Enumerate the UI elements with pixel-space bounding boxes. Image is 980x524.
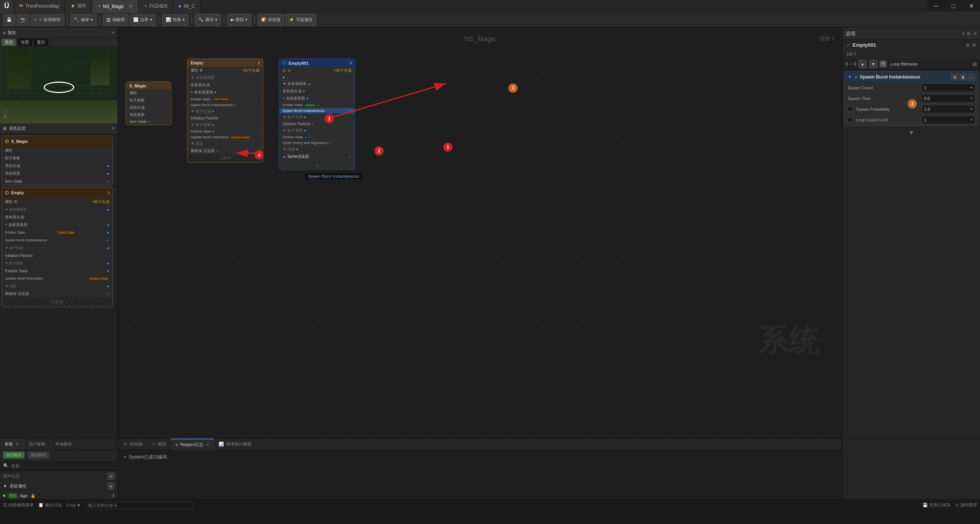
preview-icon: ≡ [3, 31, 5, 35]
canvas-empty-node: Empty ℹ 属性 ⚙ +粒子生成 ▼ 发射器情景 发射器生成 + 发射器更新… [187, 58, 263, 163]
content-sidebar-button[interactable]: ☰ 内容侧滑菜单 [3, 502, 34, 508]
source-control-button[interactable]: ⊙ 源码管理 [955, 502, 977, 508]
save-button[interactable]: 💾 [3, 14, 15, 26]
output-log-button[interactable]: 📋 输出日志 [38, 502, 62, 508]
active-modules-button[interactable]: 激活模块 [28, 452, 49, 458]
loop-count-input[interactable]: 1 ▾ [921, 116, 975, 124]
tab-plugins[interactable]: ⚡ 插件 [65, 0, 92, 13]
thumbnail-button[interactable]: 🖼 缩略图 [103, 14, 128, 26]
nav-x-button[interactable]: ✕ [880, 61, 887, 67]
active-overview-button[interactable]: 激活概览 [3, 452, 24, 458]
console-input[interactable] [85, 501, 193, 509]
log-tab-close[interactable]: ✕ [206, 442, 209, 447]
empty-meshrenderer-row[interactable]: 网格体 渲染器 ✓ [2, 290, 113, 298]
status-left: ☰ 内容侧滑菜单 📋 输出日志 Cmd ▼ [3, 501, 193, 509]
params-search-input[interactable] [11, 463, 114, 468]
module-action-icon2[interactable]: ⚙ [972, 43, 976, 48]
close-button[interactable]: ✕ [962, 0, 980, 12]
save-all-button[interactable]: 💾 所有已保存 [923, 502, 951, 508]
s-magic-attr-row[interactable]: 属性 [2, 147, 113, 154]
nav-up-button[interactable]: ▲ [858, 60, 867, 68]
status-right: 💾 所有已保存 ⊙ 源码管理 [923, 502, 977, 508]
params-tab-params[interactable]: 参数 ✕ [0, 439, 24, 450]
view-mode-display[interactable]: 显示 [34, 39, 48, 46]
empty-emitterspawn-row[interactable]: 发射器生成 [2, 213, 113, 221]
baker-button[interactable]: 🍞 烘焙器 [258, 14, 284, 26]
view-mode-perspective[interactable]: 透视 [2, 39, 16, 46]
toolbar-sep-1 [67, 15, 67, 25]
scalability-button[interactable]: ⚡ 可延展性 [286, 14, 316, 26]
s-magic-sysspawn-row[interactable]: 系统生成 ● [2, 162, 113, 170]
spawn-count-input[interactable]: 1 ▾ [921, 84, 975, 92]
empty-emitterstate-row[interactable]: Emitter State Card Case ● [2, 229, 113, 236]
tab-close-ns-magic[interactable]: ✕ [129, 3, 133, 9]
empty-spawnburst-row[interactable]: Spawn Burst Instantaneous ✓ [2, 236, 113, 244]
tab-thirdpersonmap[interactable]: 🗺 ThirdPersonMap [14, 0, 65, 13]
system-attrs-add-button[interactable]: + [108, 483, 114, 490]
debug-button[interactable]: 🔧 调试 ▾ [195, 14, 221, 26]
spawn-burst-expand-icon[interactable]: ▼ [848, 74, 852, 80]
module-delete-button[interactable]: 🗑 [960, 74, 967, 80]
s-magic-particles-row[interactable]: 粒子参数 [2, 154, 113, 162]
tab-mi-c[interactable]: ◆ MI_C [173, 0, 201, 13]
options-info-icon[interactable]: ℹ [962, 31, 964, 36]
user-public-add-button[interactable]: + [108, 473, 114, 480]
toolbar-sep-5 [224, 15, 224, 25]
s-magic-itemstate-row[interactable]: Item State ✓ [2, 177, 113, 185]
params-tab-user[interactable]: 用户参数 [24, 439, 51, 450]
canvas-s-magic-header: S_Magic [126, 82, 171, 90]
options-close-button[interactable]: ✕ [973, 31, 977, 36]
apply-save-button[interactable]: ✓ ✓ 应用保存 [31, 14, 64, 26]
tab-ns-magic[interactable]: ✦ NS_Magic ✕ [92, 0, 139, 13]
options-settings-icon[interactable]: ⚙ [967, 31, 971, 36]
canvas-empty001-spawnburst-row[interactable]: Spawn Burst Instantaneous ✓ [279, 108, 354, 114]
canvas-empty001-info[interactable]: ℹ [350, 61, 351, 66]
empty-emitterupdate-row[interactable]: + 发射器更新 ● [2, 221, 113, 229]
params-tab-close[interactable]: ✕ [15, 442, 19, 447]
maximize-button[interactable]: □ [945, 0, 962, 12]
minimize-button[interactable]: ─ [927, 0, 945, 12]
cmd-dropdown-button[interactable]: Cmd ▼ [67, 503, 81, 508]
bottom-tab-log[interactable]: ≡ Niagara日志 ✕ [171, 439, 214, 450]
s-magic-sysupdate-row[interactable]: 系统更新 ● [2, 170, 113, 177]
bottom-tab-curve[interactable]: ∿ 曲线 [147, 439, 171, 450]
info-icon[interactable]: ℹ [108, 191, 109, 195]
performance-button[interactable]: 📊 性能 ▾ [162, 14, 188, 26]
loop-behavior-label: Loop Behavior [890, 62, 970, 66]
module-enable-button[interactable]: ✓ [968, 74, 975, 80]
system-overview-close-button[interactable]: ✕ [111, 126, 114, 131]
empty-meshorient-row[interactable]: Update Mesh Orientation Rotation Rate [2, 275, 113, 282]
screenshot-button[interactable]: 📷 [17, 14, 29, 26]
empty-initparticle-row[interactable]: Initialize Particle [2, 252, 113, 259]
bottom-tab-script-stats[interactable]: 📊 脚本统计数据 [214, 439, 256, 450]
ue-logo: Ü [0, 0, 14, 13]
spawn-probability-checkbox[interactable] [848, 106, 853, 112]
bottom-tab-timeline[interactable]: ⊢ 时间轴 [119, 439, 147, 450]
filter-icon[interactable]: ⊞ [972, 61, 977, 67]
spawn-time-input[interactable]: 0.0 ▾ [921, 94, 975, 103]
preview-close-button[interactable]: ✕ [111, 30, 114, 35]
canvas-empty-info[interactable]: ℹ [258, 61, 260, 66]
params-tab-local[interactable]: 本地模块 [51, 439, 77, 450]
loop-count-checkbox[interactable] [848, 117, 853, 123]
user-public-section[interactable]: 用户公开 + [0, 471, 118, 481]
tab-fazhen[interactable]: ✦ FAZHEN [139, 0, 173, 13]
expand-icon[interactable]: ⌄ [315, 161, 320, 169]
simulate-button[interactable]: ▶ 模拟 ▾ [227, 14, 251, 26]
module-duplicate-button[interactable]: ⊞ [951, 74, 958, 80]
spawn-probability-input[interactable]: 1.0 ▾ [921, 105, 975, 113]
param-age[interactable]: 系统 Age 🔒 7 [0, 491, 118, 499]
compile-button[interactable]: 🔨 编译 ▾ [70, 14, 96, 26]
system-attrs-section[interactable]: ▼ 系统属性 + [0, 481, 118, 491]
nav-down-button[interactable]: ▼ [869, 60, 877, 68]
expand-more-icon[interactable]: ▾ [910, 129, 913, 136]
view-mode-lighting[interactable]: 光照 [18, 39, 32, 46]
empty-attr-row[interactable]: 属性 ⚙ +粒子生成 [2, 198, 113, 206]
toolbar-sep-2 [100, 15, 100, 25]
spawn-time-chevron: ▾ [970, 96, 972, 100]
console-input-field[interactable] [88, 503, 190, 508]
empty-particlestate-row[interactable]: Particle State ● [2, 267, 113, 275]
module-action-icon1[interactable]: ⊞ [966, 43, 970, 48]
empty-attr-plus[interactable]: +粒子生成 [92, 199, 109, 205]
bounds-button[interactable]: ⬜ 边界 ▾ [130, 14, 156, 26]
